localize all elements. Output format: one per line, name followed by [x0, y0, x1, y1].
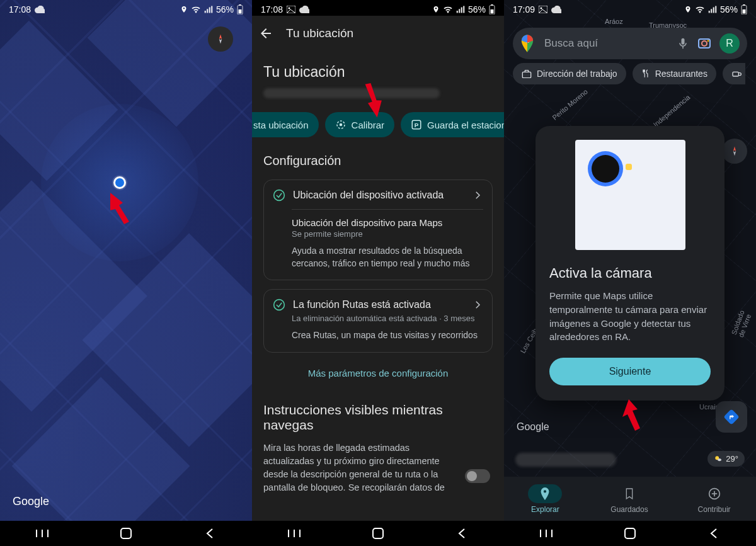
back-button[interactable]: [203, 526, 217, 540]
settings-panel[interactable]: Tu ubicación Tu ubicación sta ubicación …: [252, 16, 504, 521]
wifi-icon: [191, 6, 201, 13]
share-location-chip[interactable]: sta ubicación: [252, 112, 319, 137]
search-bar[interactable]: Busca aquí R: [513, 28, 747, 59]
svg-point-18: [289, 8, 290, 9]
card-subtext: La eliminación automática está activada …: [292, 314, 483, 323]
android-nav-bar: [504, 521, 756, 546]
camera-led-graphic: [626, 164, 632, 170]
more-chip[interactable]: [723, 63, 745, 84]
calibrate-icon: [335, 119, 346, 130]
device-location-card[interactable]: Ubicación del dispositivo activada Ubica…: [263, 179, 493, 280]
restaurants-chip[interactable]: Restaurantes: [633, 63, 716, 84]
modal-illustration: [575, 140, 685, 250]
svg-rect-32: [522, 72, 530, 77]
svg-rect-50: [625, 528, 635, 538]
lens-icon[interactable]: [697, 36, 712, 51]
map-canvas[interactable]: [0, 0, 252, 546]
directions-icon: [724, 409, 739, 424]
svg-rect-33: [733, 72, 738, 76]
signal-icon: [204, 6, 213, 13]
chip-label: sta ubicación: [253, 120, 309, 130]
work-address-chip[interactable]: Dirección del trabajo: [513, 63, 626, 84]
back-arrow-icon[interactable]: [258, 26, 273, 41]
check-circle-icon: [273, 299, 285, 311]
next-button[interactable]: Siguiente: [549, 358, 711, 385]
nav-label: Contribuir: [698, 505, 731, 514]
briefcase-icon: [522, 69, 532, 78]
compass-icon: [215, 33, 226, 45]
svg-marker-35: [733, 151, 736, 156]
back-button[interactable]: [707, 526, 721, 540]
svg-rect-25: [373, 528, 383, 538]
app-bar-title: Tu ubicación: [286, 26, 353, 40]
svg-rect-21: [491, 4, 493, 6]
directions-fab[interactable]: [716, 401, 747, 433]
svg-rect-27: [682, 38, 685, 45]
image-icon: [287, 6, 295, 13]
nav-explore[interactable]: Explorar: [528, 484, 562, 514]
save-parking-chip[interactable]: P Guarda el estaciona: [401, 112, 504, 137]
config-heading: Configuración: [252, 147, 504, 176]
instructions-toggle[interactable]: [465, 469, 490, 483]
home-button[interactable]: [623, 526, 637, 540]
nav-contribute[interactable]: Contribuir: [697, 484, 732, 514]
phone-screen-3: Aráoz Trumanysoc Perito Moreno Independe…: [504, 0, 756, 546]
wifi-icon: [695, 6, 705, 13]
recents-button[interactable]: [539, 526, 553, 540]
back-button[interactable]: [455, 526, 469, 540]
svg-rect-5: [239, 4, 241, 6]
cloud-icon: [551, 6, 561, 13]
nav-saved[interactable]: Guardados: [610, 484, 648, 514]
chevron-right-icon: [472, 299, 483, 310]
chip-label: Calibrar: [352, 120, 385, 130]
location-icon: [684, 5, 692, 14]
google-watermark: Google: [13, 495, 49, 508]
compass-button[interactable]: [722, 139, 747, 164]
calibrate-chip[interactable]: Calibrar: [325, 112, 395, 137]
svg-rect-20: [491, 9, 494, 13]
status-time: 17:08: [261, 4, 283, 14]
home-button[interactable]: [119, 526, 133, 540]
nav-label: Guardados: [610, 505, 648, 514]
status-battery: 56%: [720, 4, 738, 14]
camera-lens-graphic: [592, 155, 619, 183]
recents-button[interactable]: [287, 526, 301, 540]
routes-card[interactable]: La función Rutas está activada La elimin…: [263, 289, 493, 353]
current-location-dot[interactable]: [113, 176, 126, 189]
street-label: Independencia: [652, 93, 692, 128]
bottom-nav: Explorar Guardados Contribuir: [504, 477, 756, 521]
check-circle-icon: [273, 189, 285, 202]
status-battery: 56%: [216, 4, 234, 14]
maps-logo-icon: [520, 35, 537, 52]
battery-icon: [489, 4, 495, 14]
svg-marker-0: [219, 35, 222, 40]
status-time: 17:09: [513, 4, 535, 14]
svg-point-31: [707, 40, 709, 42]
status-bar: 17:08 56%: [0, 0, 252, 19]
home-button[interactable]: [371, 526, 385, 540]
weather-chip[interactable]: 29°: [707, 451, 745, 467]
wifi-icon: [443, 6, 453, 13]
more-settings-link[interactable]: Más parámetros de configuración: [252, 361, 504, 395]
mic-icon[interactable]: [677, 37, 689, 50]
profile-avatar[interactable]: R: [719, 33, 740, 54]
google-watermark: Google: [517, 421, 549, 433]
recents-button[interactable]: [35, 526, 49, 540]
svg-rect-9: [121, 528, 131, 538]
modal-title: Activa la cámara: [549, 265, 711, 282]
svg-marker-34: [733, 147, 736, 152]
street-label: Soldado de Virre: [730, 307, 754, 338]
chip-label: Dirección del trabajo: [537, 69, 617, 79]
bookmark-icon: [624, 487, 634, 500]
svg-text:P: P: [415, 122, 419, 128]
location-icon: [432, 5, 440, 14]
svg-point-14: [274, 190, 285, 201]
card-title: Ubicación del dispositivo activada: [293, 190, 444, 201]
card-title: La función Rutas está activada: [293, 299, 431, 310]
status-bar: 17:09 56%: [504, 0, 756, 19]
avatar-initial: R: [726, 38, 733, 49]
compass-icon: [729, 145, 740, 157]
compass-button[interactable]: [208, 26, 233, 52]
address-blurred: [263, 88, 440, 98]
app-bar: Tu ubicación: [252, 16, 504, 51]
